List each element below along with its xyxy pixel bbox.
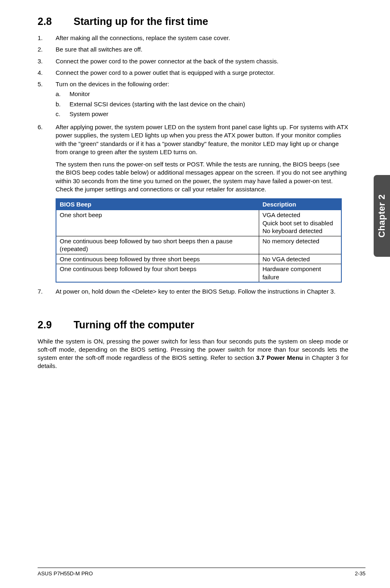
- step-item: 7.At power on, hold down the <Delete> ke…: [38, 287, 348, 296]
- step-item: 2.Be sure that all switches are off.: [38, 45, 348, 54]
- section-2-9-heading: 2.9Turning off the computer: [38, 319, 348, 331]
- chapter-tab-label: Chapter 2: [377, 194, 387, 238]
- table-header: BIOS Beep: [56, 199, 259, 210]
- steps-list-cont: 7.At power on, hold down the <Delete> ke…: [38, 287, 348, 296]
- section-title: Starting up for the first time: [74, 16, 208, 27]
- substep-item: b.External SCSI devices (starting with t…: [56, 100, 348, 108]
- table-header: Description: [259, 199, 341, 210]
- table-row: One continuous beep followed by two shor…: [56, 236, 341, 254]
- step-item: 3.Connect the power cord to the power co…: [38, 57, 348, 65]
- step-item: 1.After making all the connections, repl…: [38, 34, 348, 42]
- bios-beep-table: BIOS Beep Description One short beep VGA…: [56, 198, 342, 283]
- substep-item: c.System power: [56, 110, 348, 118]
- section-title: Turning off the computer: [74, 319, 194, 330]
- steps-list: 1.After making all the connections, repl…: [38, 34, 348, 283]
- table-row: One short beep VGA detected Quick boot s…: [56, 210, 341, 236]
- chapter-tab: Chapter 2: [374, 175, 390, 257]
- step-item: 5. Turn on the devices in the following …: [38, 80, 348, 120]
- footer-left: ASUS P7H55D-M PRO: [38, 570, 93, 577]
- page-footer: ASUS P7H55D-M PRO 2-35: [38, 568, 365, 577]
- step-item: 4.Connect the power cord to a power outl…: [38, 69, 348, 77]
- table-row: One continuous beep followed by three sh…: [56, 254, 341, 264]
- step-item: 6. After applying power, the system powe…: [38, 123, 348, 283]
- section-number: 2.8: [38, 16, 74, 27]
- footer-right: 2-35: [355, 570, 365, 577]
- section-2-8-heading: 2.8Starting up for the first time: [38, 16, 348, 27]
- section-number: 2.9: [38, 319, 74, 331]
- table-row: One continuous beep followed by four sho…: [56, 264, 341, 283]
- substeps-list: a.Monitor b.External SCSI devices (start…: [56, 90, 348, 118]
- section-2-9-body: While the system is ON, pressing the pow…: [38, 337, 348, 370]
- substep-item: a.Monitor: [56, 90, 348, 98]
